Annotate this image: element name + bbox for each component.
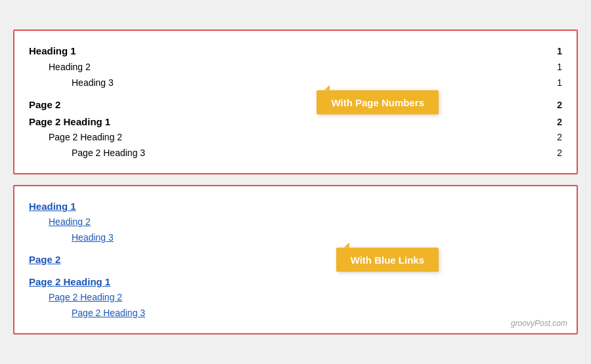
toc-page-num: 1	[557, 44, 562, 60]
toc-row: Heading 1	[29, 198, 562, 215]
toc-link[interactable]: Heading 1	[29, 198, 76, 215]
toc-box-page-numbers: Heading 1 1 Heading 2 1 Heading 3 1 Page…	[13, 30, 578, 174]
toc-row: Page 2 Heading 2	[29, 290, 562, 306]
toc-row: Page 2 Heading 1 2	[29, 113, 562, 131]
toc-row: Heading 3 1	[29, 75, 562, 91]
toc-link[interactable]: Page 2 Heading 2	[49, 290, 122, 306]
toc-row: Page 2 Heading 2 2	[29, 130, 562, 146]
toc-link[interactable]: Heading 3	[72, 230, 114, 246]
toc-link[interactable]: Page 2 Heading 3	[72, 306, 145, 321]
toc-entry-text: Heading 1	[29, 43, 76, 60]
toc-link[interactable]: Heading 2	[49, 214, 91, 230]
toc-row: Heading 1 1	[29, 43, 562, 60]
toc-box-blue-links: Heading 1 Heading 2 Heading 3 Page 2 Pag…	[13, 185, 578, 334]
toc-row: Page 2 Heading 1	[29, 273, 562, 291]
toc-page-num: 2	[557, 98, 562, 113]
toc-link[interactable]: Page 2 Heading 1	[29, 273, 110, 291]
toc-row: Page 2 Heading 3	[29, 306, 562, 321]
watermark: groovyPost.com	[511, 319, 567, 328]
toc-page-num: 2	[557, 130, 562, 146]
toc-entry-text: Page 2 Heading 1	[29, 113, 110, 131]
toc-entry-text: Heading 2	[49, 60, 91, 75]
toc-row: Heading 2	[29, 214, 562, 230]
toc-link[interactable]: Page 2	[29, 251, 60, 268]
toc-row: Page 2	[29, 251, 562, 268]
toc-page-num: 2	[557, 146, 562, 161]
toc-row: Page 2 2	[29, 96, 562, 113]
toc-entry-text: Heading 3	[72, 75, 114, 91]
toc-page-num: 1	[557, 60, 562, 75]
toc-entry-text: Page 2 Heading 3	[72, 146, 145, 161]
toc-entry-text: Page 2 Heading 2	[49, 130, 122, 146]
toc-page-num: 2	[557, 115, 562, 131]
toc-row: Heading 3	[29, 230, 562, 246]
toc-row: Heading 2 1	[29, 60, 562, 75]
toc-row: Page 2 Heading 3 2	[29, 146, 562, 161]
with-blue-links-tooltip: With Blue Links	[336, 247, 439, 272]
toc-entry-text: Page 2	[29, 96, 60, 113]
toc-page-num: 1	[557, 75, 562, 91]
with-page-numbers-tooltip: With Page Numbers	[317, 90, 439, 114]
